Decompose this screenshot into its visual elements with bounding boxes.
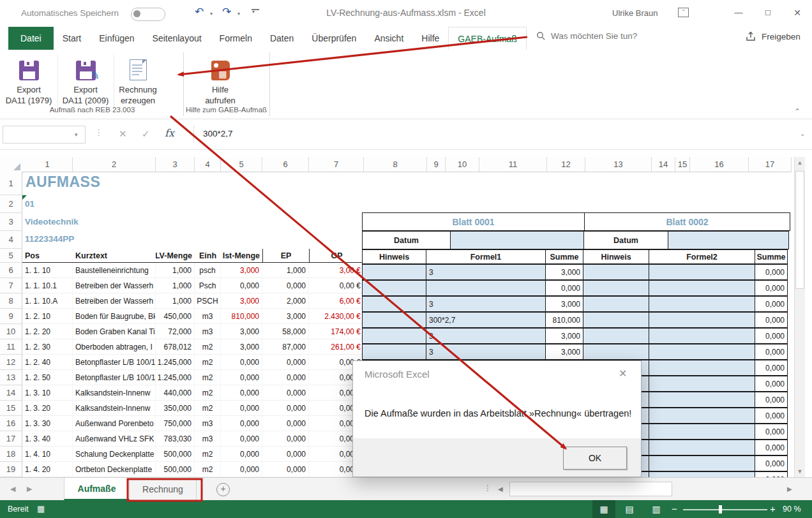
cell[interactable]: 0,000 [262, 431, 309, 447]
maximize-button[interactable]: ☐ [753, 0, 783, 26]
cell[interactable] [649, 328, 755, 344]
cell[interactable] [362, 344, 426, 360]
column-header-4[interactable]: 4 [195, 157, 221, 172]
ribbon-tab-ansicht[interactable]: Ansicht [365, 27, 412, 50]
column-header-14[interactable]: 14 [652, 157, 675, 172]
sheet-nav-right-icon[interactable]: ▶ [27, 485, 32, 493]
cell[interactable]: 500,000 [156, 462, 195, 477]
cell[interactable] [583, 344, 649, 360]
blatt2-datum-value[interactable] [668, 231, 789, 249]
cell[interactable]: 1. 1. 10.A [22, 293, 73, 309]
cell[interactable]: 0,000 [262, 401, 309, 416]
vertical-scroll-thumb[interactable] [795, 171, 804, 289]
cell[interactable]: 0,000 [545, 280, 583, 296]
cell[interactable]: m2 [195, 355, 221, 370]
cell[interactable]: 1. 3. 40 [22, 431, 73, 447]
cell[interactable]: 174,00 € [309, 324, 364, 339]
name-box-dropdown-icon[interactable]: ▾ [75, 131, 78, 138]
row-header-10[interactable]: 10 [0, 324, 22, 339]
cell[interactable]: 6,00 € [309, 293, 364, 309]
formula-input[interactable]: 300*2,7 [203, 129, 233, 138]
blatt1-datum-value[interactable] [450, 231, 584, 249]
cell[interactable]: m3 [195, 324, 221, 339]
cell[interactable]: 3 [426, 296, 546, 312]
column-header-7[interactable]: 7 [309, 157, 364, 172]
cell[interactable] [362, 280, 426, 296]
cell[interactable]: 1.245,000 [156, 370, 195, 385]
cell[interactable] [649, 360, 755, 376]
cell[interactable]: 1. 2. 20 [22, 324, 73, 339]
cell[interactable]: Boden Graben Kanal Ti [73, 324, 156, 339]
column-header-5[interactable]: 5 [221, 157, 262, 172]
cell[interactable]: 3,000 [221, 339, 262, 355]
new-sheet-icon[interactable]: + [216, 483, 230, 496]
sheet-tab-rechnung[interactable]: Rechnung [130, 478, 197, 500]
cell[interactable]: 3,000 [545, 296, 583, 312]
row-header-18[interactable]: 18 [0, 447, 22, 462]
column-header-6[interactable]: 6 [262, 157, 309, 172]
cell[interactable]: 3,000 [545, 264, 583, 280]
ribbon-tab-hilfe[interactable]: Hilfe [412, 27, 448, 50]
column-header-1[interactable]: 1 [22, 157, 73, 172]
cell[interactable] [649, 280, 755, 296]
cell[interactable]: Kalksandstein-Innenw [73, 401, 156, 416]
cell[interactable]: m3 [195, 431, 221, 447]
cell[interactable] [583, 264, 649, 280]
cell[interactable] [649, 312, 755, 328]
ribbon-tab-einf-gen[interactable]: Einfügen [90, 27, 143, 50]
cell[interactable]: 1,000 [156, 278, 195, 293]
cell[interactable]: m2 [195, 447, 221, 462]
cell[interactable]: 0,000 [221, 401, 262, 416]
cell[interactable]: 0,000 [221, 447, 262, 462]
cell[interactable]: 1.245,000 [156, 355, 195, 370]
column-header-2[interactable]: 2 [73, 157, 156, 172]
cell[interactable] [649, 455, 755, 471]
cell[interactable]: PSCH [195, 293, 221, 309]
cell[interactable]: 1. 3. 10 [22, 385, 73, 401]
cell[interactable] [649, 440, 755, 455]
cell[interactable]: 1. 3. 20 [22, 401, 73, 416]
cell[interactable]: Schalung Deckenplatte [73, 447, 156, 462]
ribbon-tab-datei[interactable]: Datei [8, 27, 54, 50]
row-header-16[interactable]: 16 [0, 416, 22, 431]
cell[interactable]: 0,000 [755, 455, 788, 471]
row-header-8[interactable]: 8 [0, 293, 22, 309]
cell[interactable]: 1. 2. 40 [22, 355, 73, 370]
hscroll-right-icon[interactable]: ▶ [787, 482, 792, 497]
cell[interactable]: Außenwand VHLz SFK 2 [73, 431, 156, 447]
cell[interactable]: 3,000 [221, 324, 262, 339]
macro-record-icon[interactable]: ▦ [37, 504, 45, 514]
sheet-nav-left-icon[interactable]: ◀ [10, 485, 15, 493]
cell[interactable]: 0,000 [221, 370, 262, 385]
cell[interactable]: 1. 3. 30 [22, 416, 73, 431]
cell[interactable]: m2 [195, 370, 221, 385]
ribbon-tab-gaeb-aufma-[interactable]: GAEB-Aufmaß [448, 27, 527, 50]
cell[interactable]: 0,000 [262, 278, 309, 293]
cell[interactable] [362, 264, 426, 280]
cell[interactable]: 0,000 [221, 416, 262, 431]
column-header-15[interactable]: 15 [675, 157, 690, 172]
cell[interactable]: 678,012 [156, 339, 195, 355]
row-header-19[interactable]: 19 [0, 462, 22, 477]
cell[interactable] [583, 296, 649, 312]
cell[interactable]: 0,000 [755, 360, 788, 376]
vertical-scrollbar[interactable]: ▲ ▼ [794, 157, 805, 477]
collapse-ribbon-icon[interactable]: ⌃ [794, 107, 801, 116]
cell[interactable] [649, 264, 755, 280]
cancel-icon[interactable]: ✕ [119, 128, 127, 140]
column-header-10[interactable]: 10 [446, 157, 479, 172]
row-header-1[interactable]: 1 [0, 172, 22, 195]
cell[interactable] [649, 424, 755, 440]
cell[interactable]: 0,000 [755, 376, 788, 392]
cell[interactable]: Psch [195, 278, 221, 293]
column-header-12[interactable]: 12 [547, 157, 585, 172]
column-header-8[interactable]: 8 [364, 157, 427, 172]
cell[interactable]: 0,000 [755, 424, 788, 440]
cell[interactable] [583, 312, 649, 328]
cell[interactable]: 0,000 [262, 370, 309, 385]
cell[interactable]: 0,000 [221, 355, 262, 370]
cell[interactable]: 0,000 [262, 447, 309, 462]
column-header-3[interactable]: 3 [156, 157, 195, 172]
cell[interactable]: psch [195, 263, 221, 278]
cell[interactable]: 2.430,00 € [309, 309, 364, 324]
